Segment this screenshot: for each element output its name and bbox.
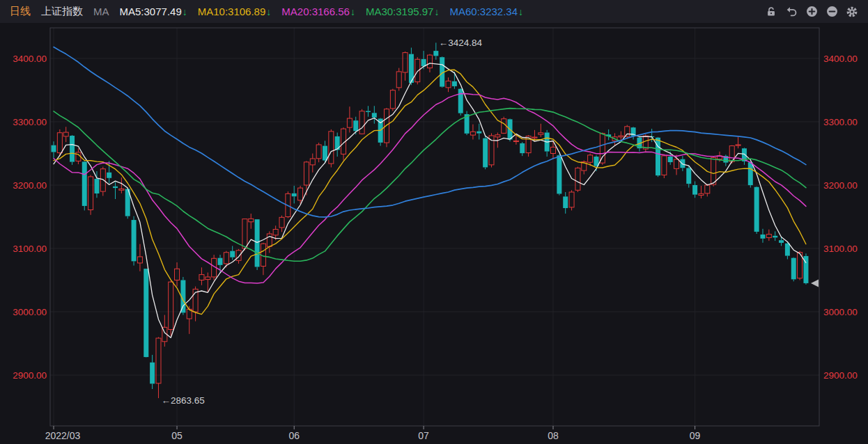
svg-text:06: 06 bbox=[288, 430, 300, 441]
chart-toolbar: 日线 上证指数 MA MA5:3077.49 ↓ MA10:3106.89 ↓ … bbox=[0, 0, 868, 23]
svg-text:2900.00: 2900.00 bbox=[823, 370, 858, 381]
svg-text:←3424.84: ←3424.84 bbox=[439, 38, 483, 48]
down-arrow-icon: ↓ bbox=[350, 6, 355, 17]
toolbar-icons bbox=[765, 6, 858, 18]
svg-text:3400.00: 3400.00 bbox=[823, 54, 858, 64]
svg-text:07: 07 bbox=[418, 430, 429, 441]
svg-text:←2863.65: ←2863.65 bbox=[161, 395, 204, 406]
lock-icon[interactable] bbox=[765, 6, 777, 18]
down-arrow-icon: ↓ bbox=[266, 6, 271, 17]
ma10-value: MA10:3106.89 ↓ bbox=[198, 6, 272, 17]
svg-text:3100.00: 3100.00 bbox=[13, 244, 47, 254]
svg-text:05: 05 bbox=[171, 430, 183, 441]
down-arrow-icon: ↓ bbox=[518, 6, 523, 17]
svg-text:3200.00: 3200.00 bbox=[13, 180, 47, 191]
axis-labels-layer: 2022/0305060708093400.003400.003300.0033… bbox=[13, 54, 858, 442]
last-price-marker bbox=[811, 279, 819, 287]
ma5-value: MA5:3077.49 ↓ bbox=[120, 6, 187, 17]
svg-text:3400.00: 3400.00 bbox=[13, 54, 47, 64]
svg-text:3300.00: 3300.00 bbox=[13, 117, 47, 127]
svg-text:09: 09 bbox=[690, 430, 701, 441]
down-arrow-icon: ↓ bbox=[183, 6, 187, 17]
tab-daily-period[interactable]: 日线 bbox=[10, 5, 31, 18]
zoom-in-icon[interactable] bbox=[805, 6, 818, 18]
svg-text:2900.00: 2900.00 bbox=[13, 370, 47, 381]
down-arrow-icon: ↓ bbox=[434, 6, 439, 17]
svg-text:3200.00: 3200.00 bbox=[823, 180, 858, 191]
svg-text:3000.00: 3000.00 bbox=[13, 307, 47, 317]
zoom-out-icon[interactable] bbox=[826, 6, 838, 18]
ma60-value: MA60:3232.34 ↓ bbox=[449, 6, 523, 17]
settings-gear-icon[interactable] bbox=[846, 6, 858, 18]
undo-icon[interactable] bbox=[785, 6, 798, 18]
ma20-value: MA20:3166.56 ↓ bbox=[281, 6, 355, 17]
svg-text:08: 08 bbox=[548, 430, 559, 441]
ma30-value: MA30:3195.97 ↓ bbox=[366, 6, 440, 17]
grid-layer bbox=[50, 28, 819, 426]
svg-text:3100.00: 3100.00 bbox=[823, 244, 858, 254]
svg-text:3300.00: 3300.00 bbox=[823, 117, 858, 127]
svg-text:2022/03: 2022/03 bbox=[45, 430, 81, 441]
stock-chart-app: 2022/0305060708093400.003400.003300.0033… bbox=[0, 0, 868, 444]
symbol-name[interactable]: 上证指数 bbox=[41, 5, 83, 18]
indicator-label: MA bbox=[93, 6, 109, 17]
svg-text:3000.00: 3000.00 bbox=[823, 307, 858, 317]
candlestick-chart[interactable]: 2022/0305060708093400.003400.003300.0033… bbox=[0, 0, 868, 444]
